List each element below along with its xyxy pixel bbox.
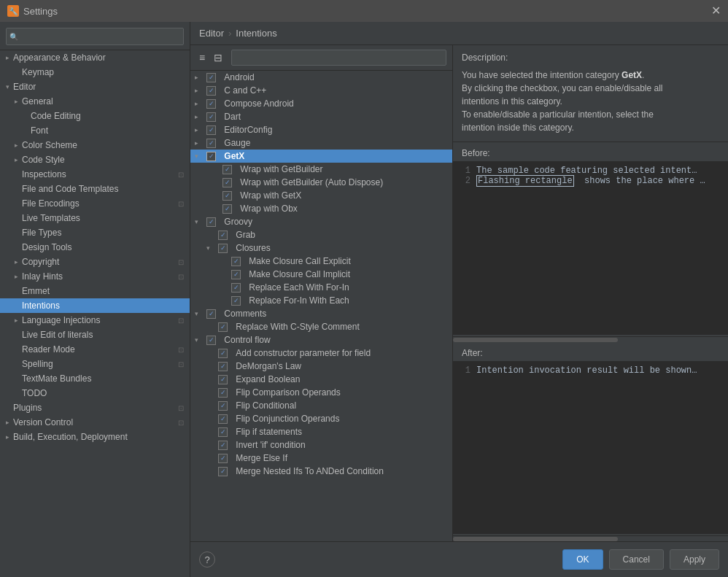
intent-item-flip-if[interactable]: Flip if statements (190, 425, 452, 438)
sidebar-item-keymap[interactable]: Keymap (0, 65, 190, 80)
checkbox-make-closure-explicit[interactable] (231, 257, 241, 266)
intent-item-getx[interactable]: GetX (190, 150, 452, 163)
sidebar-item-todo[interactable]: TODO (0, 386, 190, 400)
intent-item-c-style-comment[interactable]: Replace With C-Style Comment (190, 320, 452, 333)
expand-all-button[interactable]: ≡ (196, 50, 208, 65)
sidebar-item-design-tools[interactable]: Design Tools (0, 240, 190, 255)
checkbox-replace-for-in-each[interactable] (231, 296, 241, 306)
sidebar-item-spelling[interactable]: Spelling ⊡ (0, 357, 190, 371)
intent-item-wrap-getbuilder[interactable]: Wrap with GetBuilder (190, 163, 452, 176)
checkbox-demorgan[interactable] (218, 362, 228, 371)
intent-item-replace-each-for-in[interactable]: Replace Each With For-In (190, 281, 452, 294)
checkbox-expand-boolean[interactable] (218, 375, 228, 384)
collapse-all-button[interactable]: ⊟ (211, 50, 225, 65)
intent-item-closures[interactable]: Closures (190, 241, 452, 255)
checkbox-merge-nested-ifs[interactable] (218, 467, 228, 476)
intent-item-gauge[interactable]: Gauge (190, 136, 452, 150)
sidebar-item-inspections[interactable]: Inspections ⊡ (0, 167, 190, 182)
intent-item-make-closure-implicit[interactable]: Make Closure Call Implicit (190, 268, 452, 281)
checkbox-wrap-getbuilder[interactable] (222, 165, 232, 174)
checkbox-make-closure-implicit[interactable] (231, 270, 241, 279)
sidebar-item-code-editing[interactable]: Code Editing (0, 109, 190, 123)
checkbox-flip-conditional[interactable] (218, 401, 228, 411)
intent-item-flip-conditional[interactable]: Flip Conditional (190, 399, 452, 412)
intent-item-comments[interactable]: Comments (190, 307, 452, 320)
help-button[interactable]: ? (199, 551, 215, 568)
apply-button[interactable]: Apply (670, 549, 719, 570)
checkbox-wrap-getx[interactable] (222, 191, 232, 201)
intentions-search-input[interactable] (231, 50, 446, 66)
sidebar-item-file-encodings[interactable]: File Encodings ⊡ (0, 196, 190, 211)
sidebar-item-font[interactable]: Font (0, 123, 190, 138)
sidebar-item-language-injections[interactable]: Language Injections ⊡ (0, 313, 190, 328)
checkbox-add-constructor[interactable] (218, 349, 228, 358)
checkbox-comments[interactable] (206, 309, 216, 319)
checkbox-control-flow[interactable] (206, 336, 216, 345)
intent-item-wrap-getx[interactable]: Wrap with GetX (190, 189, 452, 202)
intent-item-dart[interactable]: Dart (190, 110, 452, 123)
intent-item-merge-nested-ifs[interactable]: Merge Nested Ifs To ANDed Condition (190, 465, 452, 478)
checkbox-flip-if[interactable] (218, 427, 228, 437)
sidebar-item-code-style[interactable]: Code Style (0, 152, 190, 167)
intent-item-demorgan[interactable]: DeMorgan's Law (190, 360, 452, 373)
sidebar-item-copyright[interactable]: Copyright ⊡ (0, 255, 190, 269)
checkbox-merge-else-if[interactable] (218, 454, 228, 463)
checkbox-replace-each-for-in[interactable] (231, 283, 241, 293)
sidebar-item-file-code-templates[interactable]: File and Code Templates (0, 182, 190, 196)
sidebar-item-reader-mode[interactable]: Reader Mode ⊡ (0, 342, 190, 357)
sidebar-item-version-control[interactable]: Version Control ⊡ (0, 415, 190, 430)
checkbox-wrap-obx[interactable] (222, 204, 232, 214)
sidebar-item-color-scheme[interactable]: Color Scheme (0, 138, 190, 152)
sidebar-item-general[interactable]: General (0, 94, 190, 109)
cancel-button[interactable]: Cancel (609, 549, 664, 570)
checkbox-grab[interactable] (218, 231, 228, 240)
checkbox-android[interactable] (206, 73, 216, 82)
intent-item-make-closure-explicit[interactable]: Make Closure Call Explicit (190, 255, 452, 268)
checkbox-c-style-comment[interactable] (218, 322, 228, 332)
checkbox-compose[interactable] (206, 99, 216, 109)
intent-item-wrap-obx[interactable]: Wrap with Obx (190, 202, 452, 215)
intent-item-grab[interactable]: Grab (190, 228, 452, 241)
sidebar-item-file-types[interactable]: File Types (0, 225, 190, 240)
sidebar-item-build[interactable]: Build, Execution, Deployment (0, 430, 190, 444)
checkbox-editorconfig[interactable] (206, 125, 216, 135)
checkbox-gauge[interactable] (206, 139, 216, 148)
sidebar-item-plugins[interactable]: Plugins ⊡ (0, 400, 190, 415)
intent-item-editorconfig[interactable]: EditorConfig (190, 123, 452, 136)
checkbox-c-cpp[interactable] (206, 86, 216, 96)
sidebar-item-live-templates[interactable]: Live Templates (0, 211, 190, 225)
sidebar-item-intentions[interactable]: Intentions (0, 298, 190, 313)
intent-item-control-flow[interactable]: Control flow (190, 333, 452, 346)
intent-item-flip-comparison[interactable]: Flip Comparison Operands (190, 386, 452, 399)
checkbox-dart[interactable] (206, 112, 216, 122)
sidebar-item-editor[interactable]: Editor (0, 80, 190, 94)
sidebar-item-emmet[interactable]: Emmet (0, 284, 190, 298)
intent-item-replace-for-in-each[interactable]: Replace For-In With Each (190, 294, 452, 307)
intent-item-c-cpp[interactable]: C and C++ (190, 84, 452, 97)
checkbox-wrap-getbuilder-auto[interactable] (222, 178, 232, 187)
intent-item-invert-if[interactable]: Invert 'if' condition (190, 438, 452, 452)
checkbox-getx[interactable] (206, 152, 216, 161)
checkbox-groovy[interactable] (206, 217, 216, 227)
intent-item-flip-conjunction[interactable]: Flip Conjunction Operands (190, 412, 452, 425)
sidebar-item-textmate[interactable]: TextMate Bundles (0, 371, 190, 386)
intent-item-groovy[interactable]: Groovy (190, 215, 452, 228)
intent-item-android[interactable]: Android (190, 71, 452, 84)
close-button[interactable]: ✕ (711, 5, 721, 17)
checkbox-invert-if[interactable] (218, 441, 228, 450)
checkbox-flip-comparison[interactable] (218, 388, 228, 398)
intent-item-compose[interactable]: Compose Android (190, 97, 452, 110)
before-scrollbar[interactable] (453, 336, 728, 342)
checkbox-closures[interactable] (218, 244, 228, 253)
after-scrollbar[interactable] (453, 535, 728, 541)
sidebar-item-live-edit[interactable]: Live Edit of literals (0, 328, 190, 342)
sidebar-search-input[interactable] (6, 28, 184, 45)
checkbox-flip-conjunction[interactable] (218, 414, 228, 424)
sidebar-item-inlay-hints[interactable]: Inlay Hints ⊡ (0, 269, 190, 284)
intent-item-merge-else-if[interactable]: Merge Else If (190, 452, 452, 465)
sidebar-item-appearance[interactable]: Appearance & Behavior (0, 50, 190, 65)
intent-item-wrap-getbuilder-auto[interactable]: Wrap with GetBuilder (Auto Dispose) (190, 176, 452, 189)
intent-item-expand-boolean[interactable]: Expand Boolean (190, 373, 452, 386)
intent-item-add-constructor[interactable]: Add constructor parameter for field (190, 346, 452, 360)
ok-button[interactable]: OK (562, 549, 603, 570)
